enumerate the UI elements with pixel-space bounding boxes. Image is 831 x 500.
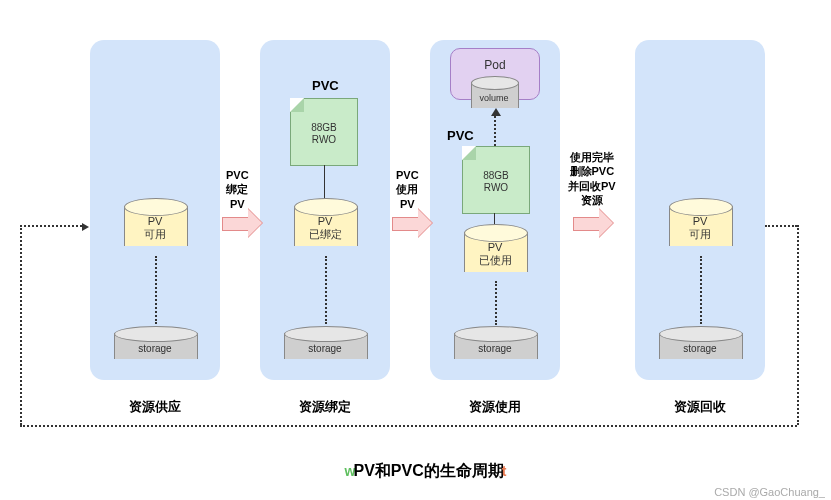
loop-connector bbox=[20, 225, 22, 425]
connector-arrow-up bbox=[494, 116, 496, 146]
connector bbox=[495, 281, 497, 325]
pvc-title: PVC bbox=[312, 78, 339, 93]
diagram-title: PV和PVC的生命周期 bbox=[10, 461, 831, 482]
arrow-icon bbox=[392, 214, 430, 232]
storage-cylinder: storage bbox=[454, 326, 536, 366]
pvc-spec: 88GB RWO bbox=[463, 170, 529, 194]
pv-label: PV 已绑定 bbox=[294, 215, 356, 241]
arrow-icon bbox=[222, 214, 260, 232]
loop-connector-arrow bbox=[20, 225, 82, 227]
pvc-spec: 88GB RWO bbox=[291, 122, 357, 146]
arrow-label: PVC 绑定 PV bbox=[226, 168, 249, 211]
pv-label: PV 已使用 bbox=[464, 241, 526, 267]
arrow-label: PVC 使用 PV bbox=[396, 168, 419, 211]
storage-label: storage bbox=[284, 344, 366, 356]
loop-connector bbox=[765, 225, 797, 227]
pv-cylinder: PV 可用 bbox=[669, 198, 731, 254]
stage-label: 资源供应 bbox=[90, 398, 220, 416]
connector bbox=[700, 256, 702, 324]
storage-label: storage bbox=[114, 344, 196, 356]
pv-cylinder: PV 已使用 bbox=[464, 224, 526, 280]
stage-label: 资源绑定 bbox=[260, 398, 390, 416]
storage-cylinder: storage bbox=[284, 326, 366, 366]
connector bbox=[324, 165, 325, 201]
storage-label: storage bbox=[659, 344, 741, 356]
pvc-box: 88GB RWO bbox=[290, 98, 358, 166]
pvc-box: 88GB RWO bbox=[462, 146, 530, 214]
storage-cylinder: storage bbox=[659, 326, 741, 366]
diagram-canvas: PV 可用 storage PVC 88GB RWO PV 已绑定 storag… bbox=[10, 20, 820, 450]
arrow-icon bbox=[573, 214, 611, 232]
storage-cylinder: storage bbox=[114, 326, 196, 366]
pv-cylinder: PV 已绑定 bbox=[294, 198, 356, 254]
connector bbox=[325, 256, 327, 324]
pv-cylinder: PV 可用 bbox=[124, 198, 186, 254]
storage-label: storage bbox=[454, 344, 536, 356]
connector bbox=[155, 256, 157, 324]
stage-label: 资源回收 bbox=[635, 398, 765, 416]
loop-connector bbox=[20, 425, 797, 427]
arrow-label: 使用完毕 删除PVC 并回收PV 资源 bbox=[568, 150, 616, 207]
stage-label: 资源使用 bbox=[430, 398, 560, 416]
pv-label: PV 可用 bbox=[669, 215, 731, 241]
loop-connector bbox=[797, 225, 799, 425]
pv-label: PV 可用 bbox=[124, 215, 186, 241]
credit-text: CSDN @GaoChuang_ bbox=[714, 486, 825, 498]
pod-label: Pod bbox=[451, 58, 539, 72]
pvc-title: PVC bbox=[447, 128, 474, 143]
volume-label: volume bbox=[471, 93, 517, 104]
